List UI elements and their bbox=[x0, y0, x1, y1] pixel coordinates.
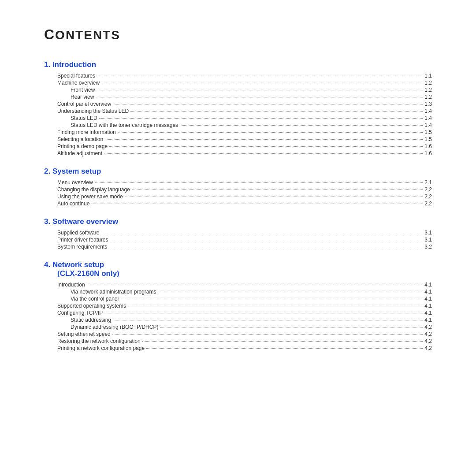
entry-label: Using the power save mode bbox=[57, 193, 123, 200]
entry-dots bbox=[109, 146, 423, 147]
entry-page: 2.1 bbox=[424, 179, 432, 186]
entry-dots bbox=[101, 83, 423, 83]
toc-entry: Control panel overview1.3 bbox=[44, 101, 432, 107]
toc-entry: Printer driver features3.1 bbox=[44, 237, 432, 243]
entry-label: Auto continue bbox=[57, 201, 89, 207]
entry-label: Status LED with the toner cartridge mess… bbox=[71, 122, 178, 128]
entry-label: Supplied software bbox=[57, 230, 99, 236]
toc-entry: Restoring the network configuration4.2 bbox=[44, 338, 432, 344]
entry-page: 4.1 bbox=[424, 310, 432, 316]
entry-label: Changing the display language bbox=[57, 186, 130, 193]
entry-label: Printer driver features bbox=[57, 237, 108, 243]
entry-label: Altitude adjustment bbox=[57, 150, 102, 156]
toc-entry: Auto continue2.2 bbox=[44, 201, 432, 207]
entry-label: Introduction bbox=[57, 282, 85, 288]
toc-entry: Special features1.1 bbox=[44, 73, 432, 79]
entry-page: 2.2 bbox=[424, 186, 432, 193]
entry-dots bbox=[95, 182, 423, 183]
toc-entry: Static addressing4.1 bbox=[44, 317, 432, 323]
toc-entry: Menu overview2.1 bbox=[44, 179, 432, 186]
toc-entry: Supplied software3.1 bbox=[44, 230, 432, 236]
entry-page: 4.1 bbox=[424, 303, 432, 309]
entry-dots bbox=[160, 327, 423, 327]
entry-dots bbox=[104, 153, 423, 154]
toc-entry: Selecting a location1.5 bbox=[44, 136, 432, 142]
toc-entry: Understanding the Status LED1.4 bbox=[44, 108, 432, 114]
entry-page: 1.5 bbox=[424, 129, 432, 135]
entry-page: 3.1 bbox=[424, 230, 432, 236]
entry-dots bbox=[97, 76, 423, 76]
section-2-heading: 2. System setup bbox=[44, 167, 432, 176]
entry-label: Status LED bbox=[71, 115, 97, 121]
entry-label: Supported operating systems bbox=[57, 303, 126, 309]
entry-label: Rear view bbox=[71, 94, 94, 100]
page: CONTENTS 1. IntroductionSpecial features… bbox=[0, 0, 476, 476]
entry-label: Understanding the Status LED bbox=[57, 108, 129, 114]
entry-label: Front view bbox=[71, 87, 95, 93]
toc-entry: Front view1.2 bbox=[44, 87, 432, 93]
entry-dots bbox=[158, 292, 423, 292]
entry-page: 4.1 bbox=[424, 317, 432, 323]
entry-page: 4.1 bbox=[424, 289, 432, 295]
entry-dots bbox=[99, 118, 423, 119]
entry-dots bbox=[113, 104, 423, 104]
entry-label: Setting ethernet speed bbox=[57, 331, 111, 337]
entry-page: 4.2 bbox=[424, 345, 432, 351]
entry-dots bbox=[118, 132, 423, 133]
toc-entry: Machine overview1.2 bbox=[44, 80, 432, 86]
entry-label: Via network administration programs bbox=[71, 289, 156, 295]
toc-entry: System requirements3.2 bbox=[44, 244, 432, 250]
entry-page: 4.1 bbox=[424, 282, 432, 288]
entry-label: Menu overview bbox=[57, 179, 93, 186]
section-3: 3. Software overviewSupplied software3.1… bbox=[44, 217, 432, 250]
entry-dots bbox=[112, 334, 423, 335]
toc-entry: Via the control panel4.1 bbox=[44, 296, 432, 302]
entry-dots bbox=[91, 204, 423, 204]
entry-label: Dynamic addressing (BOOTP/DHCP) bbox=[71, 324, 158, 330]
entry-dots bbox=[132, 190, 423, 190]
section-3-heading: 3. Software overview bbox=[44, 217, 432, 226]
entry-page: 1.4 bbox=[424, 115, 432, 121]
entry-label: Configuring TCP/IP bbox=[57, 310, 103, 316]
section-2-entries: Menu overview2.1Changing the display lan… bbox=[44, 179, 432, 207]
entry-dots bbox=[109, 247, 423, 247]
entry-page: 4.2 bbox=[424, 331, 432, 337]
entry-dots bbox=[96, 97, 423, 97]
entry-page: 2.2 bbox=[424, 193, 432, 200]
toc-entry: Status LED1.4 bbox=[44, 115, 432, 121]
entry-dots bbox=[104, 313, 423, 313]
page-title: CONTENTS bbox=[44, 26, 432, 43]
section-1-heading: 1. Introduction bbox=[44, 60, 432, 69]
entry-label: Static addressing bbox=[71, 317, 111, 323]
toc-entry: Printing a demo page1.6 bbox=[44, 143, 432, 149]
section-4: 4. Network setup(CLX-2160N only)Introduc… bbox=[44, 260, 432, 351]
entry-page: 1.2 bbox=[424, 80, 432, 86]
entry-dots bbox=[128, 306, 423, 306]
toc-entry: Introduction4.1 bbox=[44, 282, 432, 288]
entry-dots bbox=[113, 320, 423, 320]
toc-entry: Changing the display language2.2 bbox=[44, 186, 432, 193]
entry-dots bbox=[110, 240, 423, 240]
entry-dots bbox=[101, 233, 423, 233]
section-1-entries: Special features1.1Machine overview1.2Fr… bbox=[44, 73, 432, 156]
entry-page: 4.1 bbox=[424, 296, 432, 302]
entry-page: 1.5 bbox=[424, 136, 432, 142]
entry-dots bbox=[125, 197, 423, 197]
section-4-heading: 4. Network setup(CLX-2160N only) bbox=[44, 260, 432, 278]
entry-label: Control panel overview bbox=[57, 101, 111, 107]
toc-entry: Altitude adjustment1.6 bbox=[44, 150, 432, 156]
entry-dots bbox=[180, 125, 423, 126]
toc-entry: Via network administration programs4.1 bbox=[44, 289, 432, 295]
entry-page: 1.4 bbox=[424, 122, 432, 128]
entry-page: 1.2 bbox=[424, 87, 432, 93]
toc-entry: Supported operating systems4.1 bbox=[44, 303, 432, 309]
toc-entry: Dynamic addressing (BOOTP/DHCP)4.2 bbox=[44, 324, 432, 330]
entry-label: Via the control panel bbox=[71, 296, 119, 302]
entry-dots bbox=[142, 341, 423, 342]
toc-entry: Printing a network configuration page4.2 bbox=[44, 345, 432, 351]
entry-page: 1.1 bbox=[424, 73, 432, 79]
entry-label: Printing a demo page bbox=[57, 143, 108, 149]
section-2: 2. System setupMenu overview2.1Changing … bbox=[44, 167, 432, 207]
entry-label: Special features bbox=[57, 73, 95, 79]
toc-entry: Using the power save mode2.2 bbox=[44, 193, 432, 200]
